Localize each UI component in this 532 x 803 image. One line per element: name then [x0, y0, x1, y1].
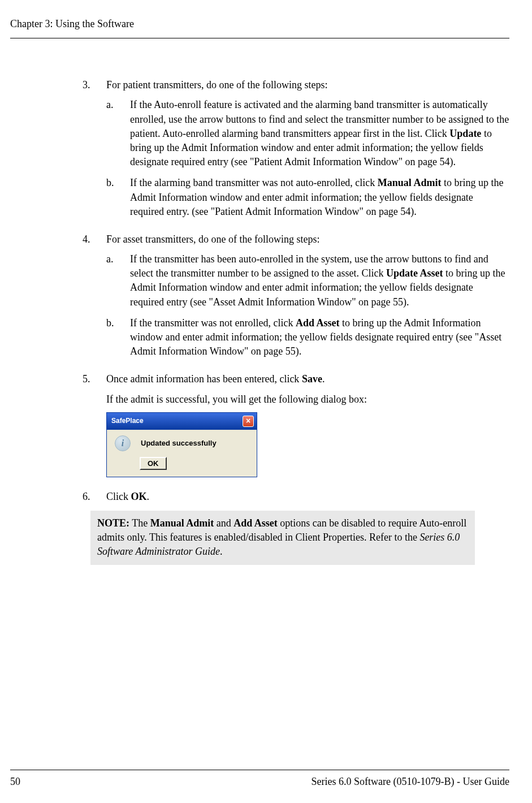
item-number: 4.	[83, 232, 106, 366]
item-4b-text: If the transmitter was not enrolled, cli…	[130, 316, 509, 359]
sub-letter: a.	[106, 98, 130, 169]
dialog-box: SafePlace × i Updated successfully OK	[106, 412, 257, 477]
item-5-line2: If the admit is successful, you will get…	[106, 392, 509, 407]
item-number: 3.	[83, 78, 106, 226]
item-3a-text: If the Auto-enroll feature is activated …	[130, 98, 509, 169]
list-item-4: 4. For asset transmitters, do one of the…	[83, 232, 509, 366]
page-footer: 50 Series 6.0 Software (0510-1079-B) - U…	[10, 770, 509, 789]
chapter-title: Chapter 3: Using the Software	[10, 17, 509, 31]
item-4-intro: For asset transmitters, do one of the fo…	[106, 232, 509, 247]
list-item-3: 3. For patient transmitters, do one of t…	[83, 78, 509, 226]
footer-divider	[10, 770, 509, 770]
content-area: 3. For patient transmitters, do one of t…	[10, 78, 509, 564]
item-5-line1: Once admit information has been entered,…	[106, 372, 509, 386]
sub-letter: a.	[106, 252, 130, 309]
header-divider	[10, 38, 509, 38]
info-icon: i	[115, 435, 131, 451]
note-box: NOTE: The Manual Admit and Add Asset opt…	[90, 511, 475, 565]
dialog-title: SafePlace	[111, 416, 144, 426]
item-number: 6.	[83, 490, 106, 504]
dialog-titlebar: SafePlace ×	[107, 413, 257, 430]
list-item-4b: b. If the transmitter was not enrolled, …	[106, 316, 509, 359]
list-item-6: 6. Click OK.	[83, 490, 509, 504]
list-item-3a: a. If the Auto-enroll feature is activat…	[106, 98, 509, 169]
list-item-3b: b. If the alarming band transmitter was …	[106, 176, 509, 219]
ok-button[interactable]: OK	[140, 457, 167, 470]
close-icon[interactable]: ×	[243, 416, 254, 427]
sub-letter: b.	[106, 316, 130, 359]
item-3b-text: If the alarming band transmitter was not…	[130, 176, 509, 219]
item-6-text: Click OK.	[106, 490, 509, 504]
item-number: 5.	[83, 372, 106, 477]
item-3-intro: For patient transmitters, do one of the …	[106, 78, 509, 92]
list-item-4a: a. If the transmitter has been auto-enro…	[106, 252, 509, 309]
item-4a-text: If the transmitter has been auto-enrolle…	[130, 252, 509, 309]
note-label: NOTE:	[97, 517, 129, 529]
dialog-message: Updated successfully	[141, 438, 217, 448]
page-number: 50	[10, 775, 20, 789]
doc-title-footer: Series 6.0 Software (0510-1079-B) - User…	[312, 775, 509, 789]
sub-letter: b.	[106, 176, 130, 219]
list-item-5: 5. Once admit information has been enter…	[83, 372, 509, 477]
